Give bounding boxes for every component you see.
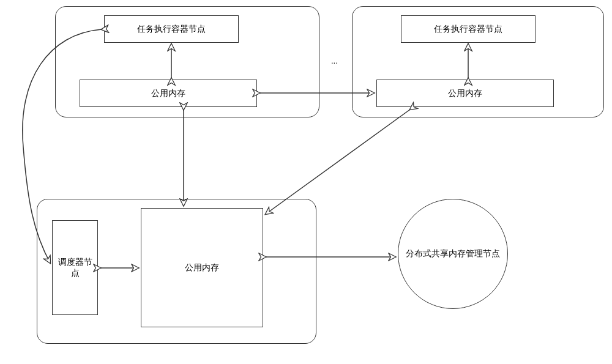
diagram-canvas: 任务执行容器节点 公用内存 任务执行容器节点 公用内存 ... 调度器节点 公用… xyxy=(0,0,612,364)
box-task-exec-left: 任务执行容器节点 xyxy=(104,15,239,43)
label-shared-mem-top-right: 公用内存 xyxy=(448,88,482,99)
box-task-exec-right: 任务执行容器节点 xyxy=(401,15,536,43)
box-shared-mem-top-right: 公用内存 xyxy=(376,80,554,107)
circle-dsm-mgmt: 分布式共享内存管理节点 xyxy=(398,199,508,309)
box-shared-mem-top-left: 公用内存 xyxy=(80,80,257,107)
label-task-exec-left: 任务执行容器节点 xyxy=(137,24,206,35)
box-shared-mem-bottom: 公用内存 xyxy=(141,208,263,327)
label-shared-mem-top-left: 公用内存 xyxy=(151,88,185,99)
ellipsis: ... xyxy=(331,56,338,65)
label-dsm-mgmt: 分布式共享内存管理节点 xyxy=(406,248,500,259)
label-shared-mem-bottom: 公用内存 xyxy=(185,262,219,273)
box-scheduler-node: 调度器节点 xyxy=(52,220,98,315)
label-scheduler-node: 调度器节点 xyxy=(55,257,95,279)
label-ellipsis: ... xyxy=(331,56,338,65)
label-task-exec-right: 任务执行容器节点 xyxy=(434,24,502,35)
